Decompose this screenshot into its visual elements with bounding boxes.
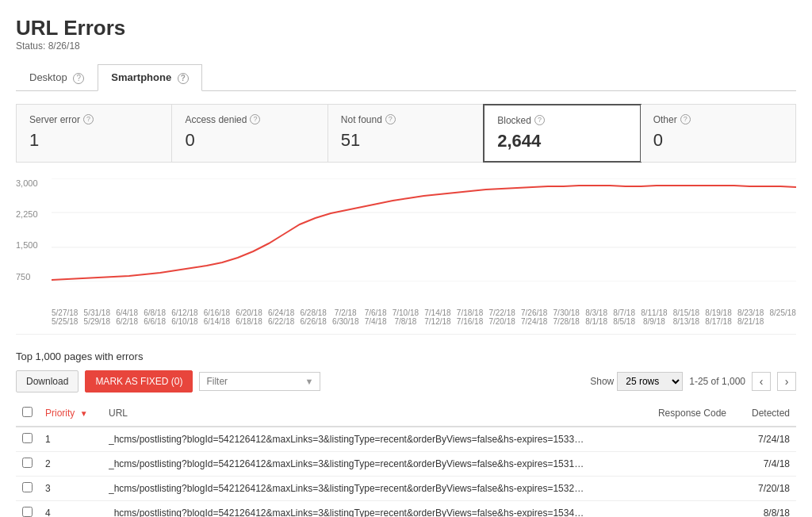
table-row: 3 _hcms/postlisting?blogId=542126412&max… — [16, 476, 796, 500]
x-label-13: 7/14/187/12/18 — [424, 308, 450, 326]
url-text: _hcms/postlisting?blogId=542126412&maxLi… — [109, 458, 584, 469]
row-url: _hcms/postlisting?blogId=542126412&maxLi… — [102, 427, 645, 452]
tab-desktop[interactable]: Desktop ? — [16, 64, 98, 91]
url-text: _hcms/postlisting?blogId=542126412&maxLi… — [109, 483, 584, 494]
x-label-18: 8/3/188/1/18 — [585, 308, 607, 326]
filter-icon: ▼ — [304, 377, 313, 386]
metric-not-found[interactable]: Not found ? 51 — [328, 105, 484, 162]
smartphone-help-icon[interactable]: ? — [178, 73, 189, 84]
status-line: Status: 8/26/18 — [16, 40, 796, 52]
metric-blocked[interactable]: Blocked ? 2,644 — [483, 104, 641, 163]
filter-container: ▼ — [199, 372, 320, 391]
blocked-label: Blocked — [497, 115, 531, 126]
pagination-info: 1-25 of 1,000 — [689, 376, 745, 387]
tab-smartphone[interactable]: Smartphone ? — [98, 64, 201, 91]
chart-container: 3,000 2,250 1,500 750 — [16, 178, 796, 305]
x-label-1: 5/27/185/25/18 — [52, 308, 78, 326]
tabs-container: Desktop ? Smartphone ? — [16, 64, 796, 91]
x-label-5: 6/12/186/10/18 — [171, 308, 197, 326]
table-section: Top 1,000 pages with errors Download MAR… — [16, 350, 796, 517]
row-checkbox[interactable] — [22, 482, 33, 492]
x-label-4: 6/8/186/6/18 — [144, 308, 166, 326]
x-label-16: 7/26/187/24/18 — [521, 308, 547, 326]
row-url: _hcms/postlisting?blogId=542126412&maxLi… — [102, 476, 645, 500]
x-label-6: 6/16/186/14/18 — [204, 308, 230, 326]
not-found-help-icon[interactable]: ? — [385, 114, 396, 124]
x-label-24: 8/25/18 — [769, 308, 795, 326]
metrics-row: Server error ? 1 Access denied ? 0 Not f… — [16, 104, 796, 163]
metric-server-error[interactable]: Server error ? 1 — [17, 105, 172, 162]
y-label-3000: 3,000 — [16, 178, 48, 188]
row-checkbox-cell — [16, 427, 39, 452]
access-denied-value: 0 — [185, 130, 314, 151]
rows-select[interactable]: 25 rows 50 rows 100 rows — [617, 372, 683, 391]
page-title: URL Errors — [16, 16, 796, 40]
metric-other[interactable]: Other ? 0 — [641, 105, 795, 162]
x-label-15: 7/22/187/20/18 — [488, 308, 515, 326]
table-row: 1 _hcms/postlisting?blogId=542126412&max… — [16, 427, 796, 452]
th-url: URL — [102, 400, 645, 427]
x-label-14: 7/18/187/16/18 — [457, 308, 483, 326]
x-label-21: 8/15/188/13/18 — [673, 308, 699, 326]
y-label-750: 750 — [16, 272, 48, 281]
x-label-11: 7/6/187/4/18 — [365, 308, 387, 326]
server-error-value: 1 — [29, 130, 159, 151]
metric-access-denied[interactable]: Access denied ? 0 — [172, 105, 327, 162]
download-button[interactable]: Download — [16, 370, 79, 393]
select-all-checkbox[interactable] — [22, 407, 33, 417]
th-detected: Detected — [733, 400, 796, 427]
x-label-20: 8/11/188/9/18 — [641, 308, 667, 326]
row-checkbox-cell — [16, 500, 39, 517]
blocked-value: 2,644 — [497, 131, 626, 151]
not-found-value: 51 — [341, 130, 470, 151]
x-label-2: 5/31/185/29/18 — [84, 308, 110, 326]
show-label: Show — [590, 376, 614, 387]
x-label-9: 6/28/186/26/18 — [301, 308, 327, 326]
show-select: Show 25 rows 50 rows 100 rows — [590, 372, 683, 391]
th-response: Response Code — [645, 400, 733, 427]
row-url: _hcms/postlisting?blogId=542126412&maxLi… — [102, 451, 645, 476]
row-checkbox[interactable] — [22, 458, 33, 468]
x-label-7: 6/20/186/18/18 — [236, 308, 262, 326]
y-axis-labels: 3,000 2,250 1,500 750 — [16, 178, 48, 281]
row-priority: 1 — [39, 427, 102, 452]
table-title: Top 1,000 pages with errors — [16, 350, 796, 362]
desktop-help-icon[interactable]: ? — [73, 73, 84, 84]
row-checkbox-cell — [16, 451, 39, 476]
table-toolbar: Download MARK AS FIXED (0) ▼ Show 25 row… — [16, 370, 796, 393]
row-detected: 7/4/18 — [733, 451, 796, 476]
errors-table: Priority ▼ URL Response Code Detected 1 … — [16, 400, 796, 517]
row-checkbox-cell — [16, 476, 39, 500]
other-help-icon[interactable]: ? — [680, 114, 691, 124]
toolbar-right: Show 25 rows 50 rows 100 rows 1-25 of 1,… — [590, 372, 796, 391]
prev-page-button[interactable]: ‹ — [752, 372, 771, 391]
other-value: 0 — [653, 130, 783, 151]
row-response — [645, 476, 733, 500]
row-response — [645, 451, 733, 476]
x-label-10: 7/2/186/30/18 — [332, 308, 358, 326]
filter-input[interactable] — [206, 376, 301, 387]
mark-fixed-button[interactable]: MARK AS FIXED (0) — [85, 370, 193, 393]
x-label-12: 7/10/187/8/18 — [393, 308, 419, 326]
th-priority[interactable]: Priority ▼ — [39, 400, 102, 427]
sort-icon: ▼ — [80, 409, 88, 418]
y-label-2250: 2,250 — [16, 209, 48, 219]
server-error-help-icon[interactable]: ? — [83, 114, 94, 124]
row-response — [645, 500, 733, 517]
other-label: Other — [653, 114, 677, 125]
row-response — [645, 427, 733, 452]
row-checkbox[interactable] — [22, 507, 33, 517]
x-label-23: 8/23/188/21/18 — [737, 308, 764, 326]
row-priority: 4 — [39, 500, 102, 517]
x-label-17: 7/30/187/28/18 — [553, 308, 580, 326]
chart-area: 3,000 2,250 1,500 750 5/27/185/25/18 5/3… — [16, 178, 796, 335]
next-page-button[interactable]: › — [777, 372, 796, 391]
blocked-help-icon[interactable]: ? — [534, 115, 545, 125]
row-detected: 7/24/18 — [733, 427, 796, 452]
not-found-label: Not found — [341, 114, 382, 125]
row-checkbox[interactable] — [22, 433, 33, 443]
x-label-19: 8/7/188/5/18 — [613, 308, 635, 326]
x-label-8: 6/24/186/22/18 — [268, 308, 294, 326]
x-label-22: 8/19/188/17/18 — [705, 308, 731, 326]
access-denied-help-icon[interactable]: ? — [250, 114, 260, 124]
